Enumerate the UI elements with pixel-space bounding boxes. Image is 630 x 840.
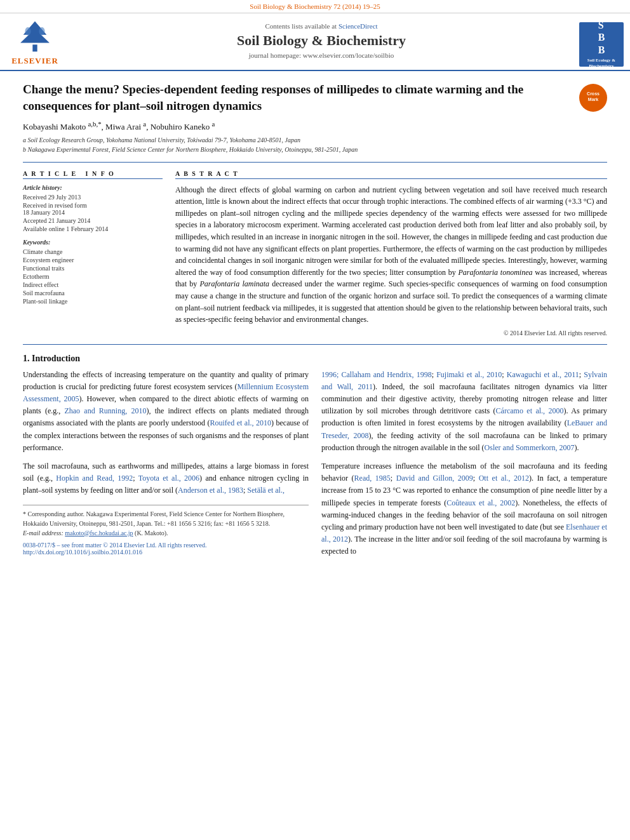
keyword-5: Indirect effect <box>23 281 163 288</box>
article-history-label: Article history: <box>23 184 163 191</box>
ref-couteaux[interactable]: Coûteaux et al., 2002 <box>446 498 515 507</box>
journal-homepage: journal homepage: www.elsevier.com/locat… <box>70 51 573 59</box>
svg-point-4 <box>39 27 44 36</box>
keyword-4: Ectotherm <box>23 273 163 280</box>
sciencedirect-line: Contents lists available at ScienceDirec… <box>70 22 573 30</box>
journal-logo-right: SBB Soil Ecology &Biochemistry <box>573 18 630 70</box>
revised-date: Received in revised form18 January 2014 <box>23 202 163 216</box>
author-sup-a: a,b,* <box>88 120 102 128</box>
journal-title-main: Soil Biology & Biochemistry <box>70 32 573 49</box>
divider-mid <box>23 344 607 345</box>
ref-zhao[interactable]: Zhao and Running, 2010 <box>64 406 146 415</box>
svg-text:Mark: Mark <box>588 97 598 102</box>
intro-para1: Understanding the effects of increasing … <box>23 369 309 454</box>
issn-line: 0038-0717/$ – see front matter © 2014 El… <box>23 542 309 549</box>
right-para1: 1996; Callaham and Hendrix, 1998; Fujima… <box>321 369 607 454</box>
right-para2: Temperature increases influence the meta… <box>321 460 607 558</box>
crossmark: Cross Mark <box>579 84 607 112</box>
keyword-3: Functional traits <box>23 265 163 272</box>
crossmark-inner: Cross Mark <box>579 84 607 112</box>
keyword-7: Plant-soil linkage <box>23 298 163 305</box>
available-date: Available online 1 February 2014 <box>23 225 163 232</box>
svg-text:Cross: Cross <box>587 91 600 96</box>
received-date: Received 29 July 2013 <box>23 194 163 201</box>
keyword-6: Soil macrofauna <box>23 290 163 297</box>
body-left: Understanding the effects of increasing … <box>23 369 309 564</box>
svg-rect-0 <box>32 44 37 51</box>
doi-link[interactable]: http://dx.doi.org/10.1016/j.soilbio.2014… <box>23 549 142 556</box>
ref-millennium[interactable]: Millennium Ecosystem Assessment, 2005 <box>23 382 309 403</box>
top-banner: ELSEVIER Contents lists available at Sci… <box>0 13 630 71</box>
authors-line: Kobayashi Makoto a,b,*, Miwa Arai a, Nob… <box>23 120 607 132</box>
footnote-text: * Corresponding author. Nakagawa Experim… <box>23 509 309 528</box>
journal-header-text: Soil Biology & Biochemistry 72 (2014) 19… <box>250 3 380 10</box>
article-info-heading: A R T I C L E I N F O <box>23 170 163 179</box>
body-two-col: Understanding the effects of increasing … <box>23 369 607 564</box>
journal-header-bar: Soil Biology & Biochemistry 72 (2014) 19… <box>0 0 630 13</box>
article-title: Change the menu? Species-dependent feedi… <box>23 81 607 114</box>
ref-osler[interactable]: Osler and Sommerkorn, 2007 <box>485 443 575 452</box>
article-title-text: Change the menu? Species-dependent feedi… <box>23 83 523 112</box>
accepted-date: Accepted 21 January 2014 <box>23 217 163 224</box>
section1-title: 1. Introduction <box>23 354 607 364</box>
affil-a: a Soil Ecology Research Group, Yokohama … <box>23 135 607 145</box>
affil-b: b Nakagawa Experimental Forest, Field Sc… <box>23 145 607 154</box>
ref-ott[interactable]: Ott et al., 2012 <box>479 474 529 483</box>
ref-anderson[interactable]: Anderson et al., 1983 <box>178 486 243 495</box>
abstract-heading: A B S T R A C T <box>175 170 607 179</box>
ref-callaham[interactable]: 1996; Callaham and Hendrix, 1998 <box>321 370 432 379</box>
sciencedirect-link[interactable]: ScienceDirect <box>338 22 378 30</box>
ref-elsenhauer[interactable]: Elsenhauer et al., 2012 <box>321 523 607 543</box>
left-column: A R T I C L E I N F O Article history: R… <box>23 170 163 337</box>
right-column: A B S T R A C T Although the direct effe… <box>175 170 607 337</box>
logo-sub: Soil Ecology &Biochemistry <box>587 58 615 69</box>
ref-fujimaki[interactable]: Fujimaki et al., 2010 <box>436 370 502 379</box>
footnote-bar: * Corresponding author. Nakagawa Experim… <box>23 505 309 556</box>
email-link[interactable]: makoto@fsc.hokudai.ac.jp <box>65 530 133 537</box>
article-container: Change the menu? Species-dependent feedi… <box>0 71 630 575</box>
keyword-1: Climate change <box>23 248 163 255</box>
doi-line: http://dx.doi.org/10.1016/j.soilbio.2014… <box>23 549 309 556</box>
intro-para2: The soil macrofauna, such as earthworms … <box>23 460 309 497</box>
ref-toyota[interactable]: Toyota et al., 2006 <box>138 474 199 483</box>
ref-hopkin[interactable]: Hopkin and Read, 1992 <box>56 474 133 483</box>
ref-rouifed[interactable]: Rouifed et al., 2010 <box>210 418 271 427</box>
logo-letters: SBB <box>598 19 605 56</box>
ref-lebauer[interactable]: LeBauer and Treseder, 2008 <box>321 418 607 439</box>
elsevier-text: ELSEVIER <box>11 56 58 66</box>
ref-david[interactable]: David and Gillon, 2009 <box>396 474 473 483</box>
keywords-label: Keywords: <box>23 239 163 246</box>
crossmark-icon: Cross Mark <box>579 84 607 112</box>
journal-center: Contents lists available at ScienceDirec… <box>70 18 573 70</box>
elsevier-tree-icon <box>10 18 60 53</box>
body-right: 1996; Callaham and Hendrix, 1998; Fujima… <box>321 369 607 564</box>
text-and: and <box>141 486 152 495</box>
logo-box: SBB Soil Ecology &Biochemistry <box>579 22 624 67</box>
ref-read[interactable]: Read, 1985 <box>354 474 391 483</box>
copyright-line: © 2014 Elsevier Ltd. All rights reserved… <box>175 330 607 337</box>
article-info-abstract: A R T I C L E I N F O Article history: R… <box>23 170 607 337</box>
divider-top <box>23 162 607 163</box>
svg-marker-2 <box>20 29 50 43</box>
author-sup-b: a <box>143 120 146 128</box>
author-sup-c: a <box>211 120 215 128</box>
ref-setala[interactable]: Setälä et al., <box>247 486 285 495</box>
abstract-text: Although the direct effects of global wa… <box>175 184 607 326</box>
contents-available-text: Contents lists available at <box>265 22 337 30</box>
elsevier-logo: ELSEVIER <box>0 18 70 70</box>
svg-point-3 <box>25 27 30 36</box>
footnote-email-line: E-mail address: makoto@fsc.hokudai.ac.jp… <box>23 528 309 538</box>
affiliations: a Soil Ecology Research Group, Yokohama … <box>23 135 607 154</box>
keyword-2: Ecosystem engineer <box>23 257 163 263</box>
ref-carcamo[interactable]: Cárcamo et al., 2000 <box>496 406 564 415</box>
ref-kawaguchi[interactable]: Kawaguchi et al., 2011 <box>507 370 579 379</box>
